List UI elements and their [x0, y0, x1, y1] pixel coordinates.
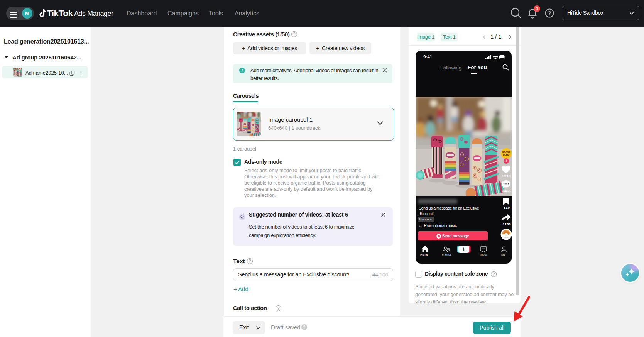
svg-text:?: ? — [548, 10, 551, 16]
